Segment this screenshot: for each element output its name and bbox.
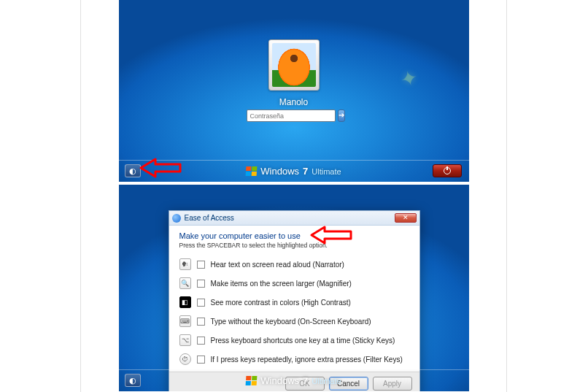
branding: Windows7 Ultimate <box>246 166 341 177</box>
option-on-screen-keyboard[interactable]: ⌨ Type without the keyboard (On-Screen K… <box>179 312 409 331</box>
option-sticky-keys[interactable]: ⌥ Press keyboard shortcuts one key at a … <box>179 331 409 350</box>
windows-logo-icon <box>246 166 258 176</box>
keyboard-icon: ⌨ <box>179 315 191 327</box>
checkbox[interactable] <box>197 261 205 269</box>
ease-of-access-button[interactable]: ◐ <box>125 374 141 387</box>
password-input[interactable] <box>247 109 336 122</box>
dialog-title: Ease of Access <box>185 214 234 222</box>
high-contrast-icon: ◧ <box>179 296 191 308</box>
branding: Windows7 Ultimate <box>246 375 341 386</box>
dialog-heading: Make your computer easier to use <box>179 231 409 240</box>
login-screen: ✦ Manolo ➔ ◐ Windows7 Ultimate <box>119 0 469 182</box>
narrator-icon: 🗣 <box>179 258 191 270</box>
submit-login-button[interactable]: ➔ <box>338 109 345 122</box>
desktop-with-dialog: ✦ Ease of Access ✕ Make your computer ea… <box>119 185 469 391</box>
checkbox[interactable] <box>197 337 205 345</box>
checkbox[interactable] <box>197 318 205 326</box>
filter-keys-icon: ⏱ <box>179 353 191 365</box>
close-button[interactable]: ✕ <box>395 213 417 223</box>
sticky-keys-icon: ⌥ <box>179 334 191 346</box>
user-avatar[interactable] <box>268 39 320 91</box>
windows-logo-icon <box>246 376 258 385</box>
username-label: Manolo <box>119 97 469 107</box>
ease-of-access-dialog: Ease of Access ✕ Make your computer easi… <box>169 210 420 391</box>
ease-of-access-button[interactable]: ◐ <box>125 164 141 177</box>
ease-of-access-icon <box>172 214 181 223</box>
dialog-titlebar[interactable]: Ease of Access ✕ <box>169 211 419 226</box>
dialog-subheading: Press the SPACEBAR to select the highlig… <box>179 242 409 249</box>
checkbox[interactable] <box>197 299 205 307</box>
option-magnifier[interactable]: 🔍 Make items on the screen larger (Magni… <box>179 274 409 293</box>
magnifier-icon: 🔍 <box>179 277 191 289</box>
power-button[interactable] <box>433 164 462 177</box>
checkbox[interactable] <box>197 356 205 364</box>
option-narrator[interactable]: 🗣 Hear text on screen read aloud (Narrat… <box>179 255 409 274</box>
option-high-contrast[interactable]: ◧ See more contrast in colors (High Cont… <box>179 293 409 312</box>
checkbox[interactable] <box>197 280 205 288</box>
option-filter-keys[interactable]: ⏱ If I press keys repeatedly, ignore ext… <box>179 350 409 369</box>
